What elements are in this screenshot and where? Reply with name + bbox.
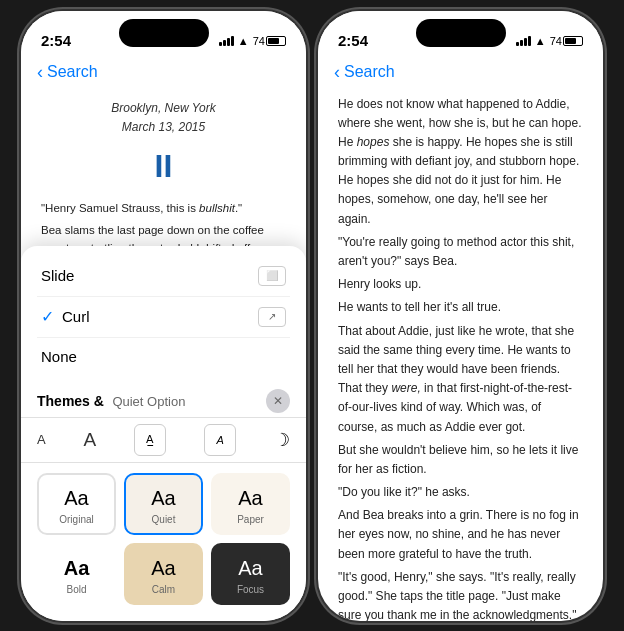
checkmark-icon: ✓ — [41, 307, 54, 326]
theme-aa-focus: Aa — [238, 557, 262, 580]
dynamic-island-left — [119, 19, 209, 47]
theme-focus[interactable]: Aa Focus — [211, 543, 290, 605]
theme-aa-bold: Aa — [64, 557, 90, 580]
status-icons-right: ▲ 74 — [516, 35, 583, 47]
time-right: 2:54 — [338, 32, 368, 49]
theme-quiet[interactable]: Aa Quiet — [124, 473, 203, 535]
theme-name-focus: Focus — [237, 584, 264, 595]
theme-grid: Aa Original Aa Quiet Aa Paper Aa Bold Aa — [21, 463, 306, 621]
moon-icon[interactable]: ☽ — [274, 429, 290, 451]
slide-option-slide[interactable]: Slide ⬜ — [37, 256, 290, 297]
chapter-number: II — [41, 141, 286, 192]
theme-aa-original: Aa — [64, 487, 88, 510]
curl-icon: ↗ — [258, 307, 286, 327]
slide-option-none[interactable]: None — [37, 338, 290, 375]
quiet-option-label: Quiet Option — [112, 394, 185, 409]
theme-name-paper: Paper — [237, 514, 264, 525]
back-button-left[interactable]: ‹ Search — [37, 63, 290, 81]
chevron-left-icon: ‹ — [37, 63, 43, 81]
right-phone: 2:54 ▲ 74 ‹ Se — [318, 11, 603, 621]
wifi-icon: ▲ — [238, 35, 249, 47]
slide-icon: ⬜ — [258, 266, 286, 286]
bottom-panel: Slide ⬜ ✓ Curl ↗ None Themes & Quiet Opt… — [21, 246, 306, 621]
book-location: Brooklyn, New York March 13, 2015 — [41, 99, 286, 137]
chevron-left-icon-right: ‹ — [334, 63, 340, 81]
left-phone: 2:54 ▲ 74 ‹ Se — [21, 11, 306, 621]
back-button-right[interactable]: ‹ Search — [334, 63, 587, 81]
font-italic-icon[interactable]: A — [204, 424, 236, 456]
theme-name-quiet: Quiet — [152, 514, 176, 525]
right-book-content: He does not know what happened to Addie,… — [318, 89, 603, 621]
status-icons-left: ▲ 74 — [219, 35, 286, 47]
theme-bold[interactable]: Aa Bold — [37, 543, 116, 605]
themes-header: Themes & Quiet Option ✕ — [21, 381, 306, 417]
wifi-icon-right: ▲ — [535, 35, 546, 47]
font-large-label: A — [84, 429, 97, 451]
signal-icon-right — [516, 36, 531, 46]
theme-paper[interactable]: Aa Paper — [211, 473, 290, 535]
theme-name-original: Original — [59, 514, 93, 525]
font-controls: A A A̲ A ☽ — [21, 417, 306, 463]
theme-name-bold: Bold — [66, 584, 86, 595]
theme-original[interactable]: Aa Original — [37, 473, 116, 535]
font-small-label: A — [37, 432, 46, 447]
battery-icon-right: 74 — [550, 35, 583, 47]
nav-bar-right: ‹ Search — [318, 59, 603, 89]
slide-option-curl[interactable]: ✓ Curl ↗ — [37, 297, 290, 338]
nav-bar-left: ‹ Search — [21, 59, 306, 89]
slide-options: Slide ⬜ ✓ Curl ↗ None — [21, 246, 306, 381]
theme-calm[interactable]: Aa Calm — [124, 543, 203, 605]
font-style-icon[interactable]: A̲ — [134, 424, 166, 456]
themes-title: Themes & — [37, 393, 104, 409]
dynamic-island-right — [416, 19, 506, 47]
theme-aa-calm: Aa — [151, 557, 175, 580]
battery-icon: 74 — [253, 35, 286, 47]
close-button[interactable]: ✕ — [266, 389, 290, 413]
theme-name-calm: Calm — [152, 584, 175, 595]
theme-aa-paper: Aa — [238, 487, 262, 510]
signal-icon — [219, 36, 234, 46]
theme-aa-quiet: Aa — [151, 487, 175, 510]
time-left: 2:54 — [41, 32, 71, 49]
